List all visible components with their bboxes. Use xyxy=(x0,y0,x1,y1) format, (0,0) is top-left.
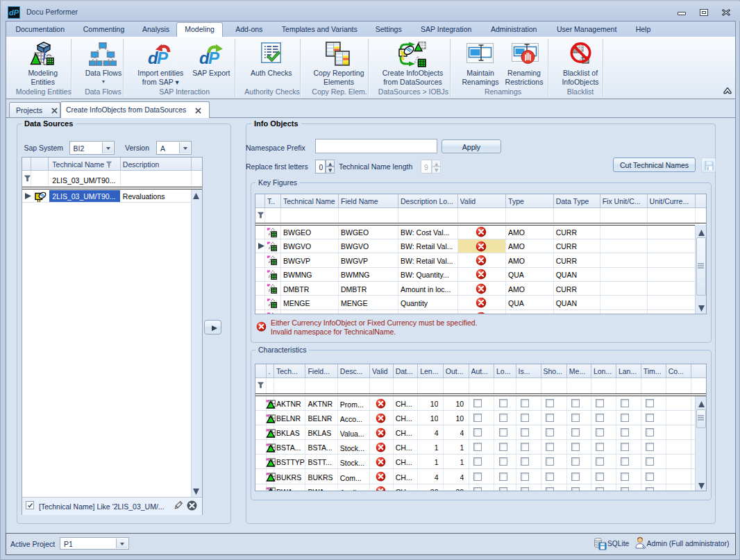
svg-text:dP: dP xyxy=(9,8,19,17)
svg-text:P: P xyxy=(157,49,169,66)
